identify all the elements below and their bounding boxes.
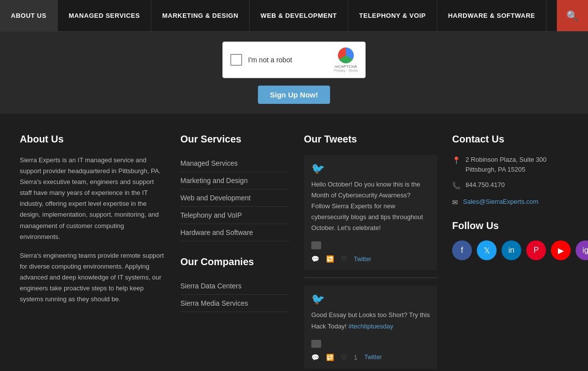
service-item-hardware[interactable]: Hardware and Software (180, 224, 289, 241)
follow-section: Follow Us f 𝕏 in P ▶ ig (452, 220, 588, 260)
nav-item-marketing-design[interactable]: MARKETING & DESIGN (151, 0, 250, 31)
tweet-2-like-count: 1 (354, 354, 357, 361)
tweet-2-image-icon (311, 340, 321, 348)
contact-phone-number: 844.750.4170 (465, 180, 505, 190)
company-link-media-services[interactable]: Sierra Media Services (180, 299, 248, 307)
captcha-checkbox[interactable] (230, 54, 242, 66)
services-list: Managed Services Marketing and Design We… (180, 155, 289, 241)
footer-main: About Us Sierra Experts is an IT managed… (0, 114, 588, 371)
pinterest-icon[interactable]: P (526, 240, 546, 260)
service-link-hardware[interactable]: Hardware and Software (180, 229, 253, 236)
services-column: Our Services Managed Services Marketing … (180, 134, 289, 371)
service-link-marketing[interactable]: Marketing and Design (180, 177, 248, 185)
tweet-1-image-icon (311, 241, 321, 249)
follow-heading: Follow Us (452, 220, 588, 232)
service-link-managed[interactable]: Managed Services (180, 159, 238, 167)
linkedin-icon[interactable]: in (502, 240, 521, 260)
phone-icon: 📞 (452, 181, 461, 191)
about-us-para2: Sierra's engineering teams provide remot… (20, 250, 166, 305)
companies-heading: Our Companies (180, 256, 289, 268)
contact-address: 📍 2 Robinson Plaza, Suite 300 Pittsburgh… (452, 155, 588, 174)
tweet-1-text: Hello October! Do you know this is the M… (311, 179, 430, 233)
nav-item-hardware-software[interactable]: HARDWARE & SOFTWARE (437, 0, 546, 31)
captcha-label: I'm not a robot (248, 56, 328, 64)
facebook-icon[interactable]: f (452, 240, 472, 260)
companies-section: Our Companies Sierra Data Centers Sierra… (180, 256, 289, 312)
tweet-2-like-icon[interactable]: ♡ (341, 354, 347, 361)
tweet-1-reply-icon[interactable]: 💬 (311, 255, 319, 263)
tweet-1-retweet-icon[interactable]: 🔁 (326, 255, 334, 263)
contact-email: ✉ Sales@SierraExperts.com (452, 197, 588, 208)
tweet-2-actions: 💬 🔁 ♡ 1 Twitter (311, 354, 430, 361)
service-item-telephony[interactable]: Telephony and VoIP (180, 207, 289, 224)
contact-phone: 📞 844.750.4170 (452, 180, 588, 191)
service-item-managed[interactable]: Managed Services (180, 155, 289, 172)
company-item-data-centers[interactable]: Sierra Data Centers (180, 278, 289, 295)
companies-list: Sierra Data Centers Sierra Media Service… (180, 278, 289, 312)
tweet-2-reply-icon[interactable]: 💬 (311, 354, 319, 361)
location-icon: 📍 (452, 155, 461, 166)
search-button[interactable]: 🔍 (557, 0, 588, 31)
tweet-2-retweet-icon[interactable]: 🔁 (326, 354, 334, 361)
tweet-1: 🐦 Hello October! Do you know this is the… (304, 155, 437, 270)
twitter-icon[interactable]: 𝕏 (477, 240, 497, 260)
nav-item-telephony-voip[interactable]: TELEPHONY & VOIP (348, 0, 437, 31)
captcha-widget[interactable]: I'm not a robot reCAPTCHA Privacy - Term… (222, 42, 366, 78)
tweet-divider (304, 278, 437, 278)
about-us-column: About Us Sierra Experts is an IT managed… (20, 134, 166, 371)
contact-heading: Contact Us (452, 134, 588, 145)
tweets-column: Our Tweets 🐦 Hello October! Do you know … (304, 134, 437, 371)
main-navigation: ABOUT US MANAGED SERVICES MARKETING & DE… (0, 0, 588, 32)
signup-button[interactable]: Sign Up Now! (258, 86, 330, 104)
contact-address-text: 2 Robinson Plaza, Suite 300 Pittsburgh, … (465, 155, 546, 174)
twitter-bird-icon-1: 🐦 (311, 162, 430, 175)
email-icon: ✉ (452, 197, 458, 208)
service-item-marketing[interactable]: Marketing and Design (180, 172, 289, 189)
search-icon: 🔍 (566, 10, 579, 22)
signup-area: I'm not a robot reCAPTCHA Privacy - Term… (0, 32, 588, 114)
nav-item-about-us[interactable]: ABOUT US (0, 0, 58, 31)
tweet-2-hashtag[interactable]: #techtiptuesday (348, 323, 393, 330)
tweets-heading: Our Tweets (304, 134, 437, 145)
social-icons-group: f 𝕏 in P ▶ ig (452, 240, 588, 260)
recaptcha-logo: reCAPTCHA Privacy - Terms (334, 47, 358, 72)
tweet-1-source: Twitter (354, 256, 371, 263)
youtube-icon[interactable]: ▶ (551, 240, 571, 260)
services-heading: Our Services (180, 134, 289, 145)
company-item-media-services[interactable]: Sierra Media Services (180, 295, 289, 312)
contact-column: Contact Us 📍 2 Robinson Plaza, Suite 300… (452, 134, 588, 371)
instagram-icon[interactable]: ig (576, 240, 588, 260)
nav-item-managed-services[interactable]: MANAGED SERVICES (58, 0, 151, 31)
twitter-bird-icon-2: 🐦 (311, 293, 430, 306)
company-link-data-centers[interactable]: Sierra Data Centers (180, 282, 242, 290)
service-item-web[interactable]: Web and Development (180, 189, 289, 207)
about-us-para1: Sierra Experts is an IT managed service … (20, 155, 166, 242)
nav-item-web-development[interactable]: WEB & DEVELOPMENT (250, 0, 348, 31)
service-link-web[interactable]: Web and Development (180, 194, 251, 202)
about-us-heading: About Us (20, 134, 166, 145)
tweet-2-source: Twitter (364, 354, 381, 361)
contact-email-link[interactable]: Sales@SierraExperts.com (463, 197, 539, 207)
tweet-1-actions: 💬 🔁 ♡ Twitter (311, 255, 430, 263)
tweet-1-like-icon[interactable]: ♡ (341, 255, 347, 263)
tweet-2: 🐦 Good Essay but Looks too Short? Try th… (304, 285, 437, 368)
service-link-telephony[interactable]: Telephony and VoIP (180, 211, 242, 219)
tweet-2-text: Good Essay but Looks too Short? Try this… (311, 310, 430, 331)
